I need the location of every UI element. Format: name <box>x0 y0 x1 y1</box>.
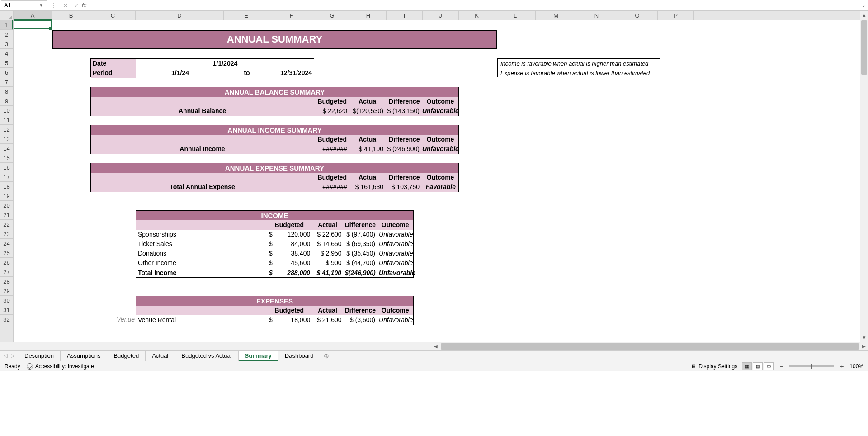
row-header-23[interactable]: 23 <box>0 229 13 239</box>
row-header-26[interactable]: 26 <box>0 258 13 267</box>
col-header-P[interactable]: P <box>658 11 694 20</box>
formula-input[interactable] <box>90 1 859 10</box>
row-header-17[interactable]: 17 <box>0 172 13 182</box>
tab-budgeted[interactable]: Budgeted <box>107 351 146 361</box>
view-page-layout-icon[interactable]: ▤ <box>753 362 763 370</box>
cells-area[interactable]: ANNUAL SUMMARY Date 1/1/2024 Period 1/1/… <box>14 20 860 342</box>
balance-summary-row: Annual Balance $ 22,620 $(120,530) $ (14… <box>91 106 458 116</box>
row-header-30[interactable]: 30 <box>0 296 13 305</box>
tab-assumptions[interactable]: Assumptions <box>61 351 107 361</box>
scroll-up-icon[interactable]: ▲ <box>860 11 868 19</box>
scroll-right-icon[interactable]: ▶ <box>860 344 868 349</box>
row-header-27[interactable]: 27 <box>0 267 13 277</box>
expense-row: Venue Rental $18,000 $ 21,600 $ (3,600) … <box>136 315 413 325</box>
notes-box: Income is favorable when actual is highe… <box>497 58 660 77</box>
income-row: Ticket Sales $84,000 $ 14,650 $ (69,350)… <box>136 239 413 249</box>
expense-detail-box: EXPENSES Budgeted Actual Difference Outc… <box>136 296 414 325</box>
row-header-5[interactable]: 5 <box>0 58 13 68</box>
income-summary-title: ANNUAL INCOME SUMMARY <box>91 125 458 135</box>
accessibility-status[interactable]: Accessibility: Investigate <box>27 363 94 370</box>
row-header-18[interactable]: 18 <box>0 182 13 191</box>
zoom-level[interactable]: 100% <box>849 363 863 370</box>
balance-summary-title: ANNUAL BALANCE SUMMARY <box>91 87 458 97</box>
scroll-down-icon[interactable]: ▼ <box>860 334 868 342</box>
col-header-E[interactable]: E <box>224 11 269 20</box>
tab-actual[interactable]: Actual <box>146 351 175 361</box>
tab-summary[interactable]: Summary <box>239 351 278 361</box>
row-header-19[interactable]: 19 <box>0 191 13 201</box>
cancel-icon[interactable]: ✕ <box>60 2 71 9</box>
tab-nav[interactable]: ◁ ▷ <box>0 351 18 361</box>
name-box[interactable] <box>1 2 38 9</box>
fill-handle[interactable] <box>49 27 52 30</box>
row-header-12[interactable]: 12 <box>0 125 13 134</box>
zoom-handle[interactable] <box>811 364 812 369</box>
row-header-21[interactable]: 21 <box>0 210 13 220</box>
row-header-4[interactable]: 4 <box>0 49 13 58</box>
col-header-J[interactable]: J <box>423 11 459 20</box>
row-header-32[interactable]: 32 <box>0 315 13 324</box>
col-header-I[interactable]: I <box>387 11 423 20</box>
row-header-8[interactable]: 8 <box>0 87 13 96</box>
tab-budgeted-vs-actual[interactable]: Budgeted vs Actual <box>175 351 238 361</box>
view-normal-icon[interactable]: ▦ <box>742 362 752 370</box>
row-header-6[interactable]: 6 <box>0 68 13 77</box>
horizontal-scrollbar[interactable]: ◀ ▶ <box>432 342 868 350</box>
col-header-B[interactable]: B <box>52 11 90 20</box>
col-header-L[interactable]: L <box>495 11 536 20</box>
row-header-1[interactable]: 1 <box>0 20 13 30</box>
vscroll-thumb[interactable] <box>861 20 867 75</box>
row-header-11[interactable]: 11 <box>0 115 13 125</box>
tab-description[interactable]: Description <box>18 351 61 361</box>
col-header-F[interactable]: F <box>269 11 314 20</box>
col-header-H[interactable]: H <box>350 11 387 20</box>
row-header-15[interactable]: 15 <box>0 153 13 163</box>
add-sheet-icon[interactable]: ⊕ <box>320 351 333 361</box>
row-header-25[interactable]: 25 <box>0 248 13 258</box>
row-header-13[interactable]: 13 <box>0 134 13 144</box>
fx-icon[interactable]: fx <box>82 2 86 9</box>
row-header-3[interactable]: 3 <box>0 39 13 49</box>
select-all-corner[interactable] <box>0 11 14 20</box>
view-page-break-icon[interactable]: ▭ <box>764 362 774 370</box>
col-header-M[interactable]: M <box>536 11 576 20</box>
col-header-N[interactable]: N <box>576 11 617 20</box>
col-header-C[interactable]: C <box>90 11 136 20</box>
col-header-G[interactable]: G <box>314 11 350 20</box>
zoom-out-icon[interactable]: − <box>778 363 784 370</box>
display-settings-button[interactable]: 🖥 Display Settings <box>691 363 737 370</box>
row-header-29[interactable]: 29 <box>0 286 13 296</box>
name-box-dropdown-icon[interactable]: ▼ <box>38 3 45 8</box>
enter-icon[interactable]: ✓ <box>71 2 82 9</box>
row-header-2[interactable]: 2 <box>0 30 13 39</box>
row-header-22[interactable]: 22 <box>0 220 13 229</box>
row-header-16[interactable]: 16 <box>0 163 13 172</box>
hscroll-thumb[interactable] <box>441 343 859 350</box>
col-header-D[interactable]: D <box>136 11 224 20</box>
cell-selection <box>14 20 52 29</box>
expand-formula-icon[interactable]: ⌄ <box>859 3 868 8</box>
status-bar: Ready Accessibility: Investigate 🖥 Displ… <box>0 361 868 371</box>
col-header-A[interactable]: A <box>14 11 52 20</box>
row-header-24[interactable]: 24 <box>0 239 13 248</box>
tab-prev-icon[interactable]: ◁ <box>4 353 7 359</box>
row-header-10[interactable]: 10 <box>0 106 13 115</box>
row-header-14[interactable]: 14 <box>0 144 13 153</box>
vertical-scrollbar[interactable]: ▲ ▼ <box>860 11 868 342</box>
tab-dashboard[interactable]: Dashboard <box>278 351 321 361</box>
scroll-left-icon[interactable]: ◀ <box>432 344 440 349</box>
col-header-K[interactable]: K <box>459 11 495 20</box>
tab-next-icon[interactable]: ▷ <box>11 353 14 359</box>
expense-group-label: Venue <box>90 315 136 324</box>
zoom-in-icon[interactable]: + <box>839 363 845 370</box>
col-header-O[interactable]: O <box>617 11 658 20</box>
name-box-wrap[interactable]: ▼ <box>1 0 47 10</box>
row-header-20[interactable]: 20 <box>0 201 13 210</box>
zoom-slider[interactable] <box>789 365 834 367</box>
row-header-9[interactable]: 9 <box>0 96 13 106</box>
row-header-7[interactable]: 7 <box>0 77 13 87</box>
expense-detail-headers: Budgeted Actual Difference Outcome <box>136 306 413 315</box>
row-header-31[interactable]: 31 <box>0 305 13 315</box>
row-header-28[interactable]: 28 <box>0 277 13 286</box>
expense-summary-headers: Budgeted Actual Difference Outcome <box>91 173 458 182</box>
